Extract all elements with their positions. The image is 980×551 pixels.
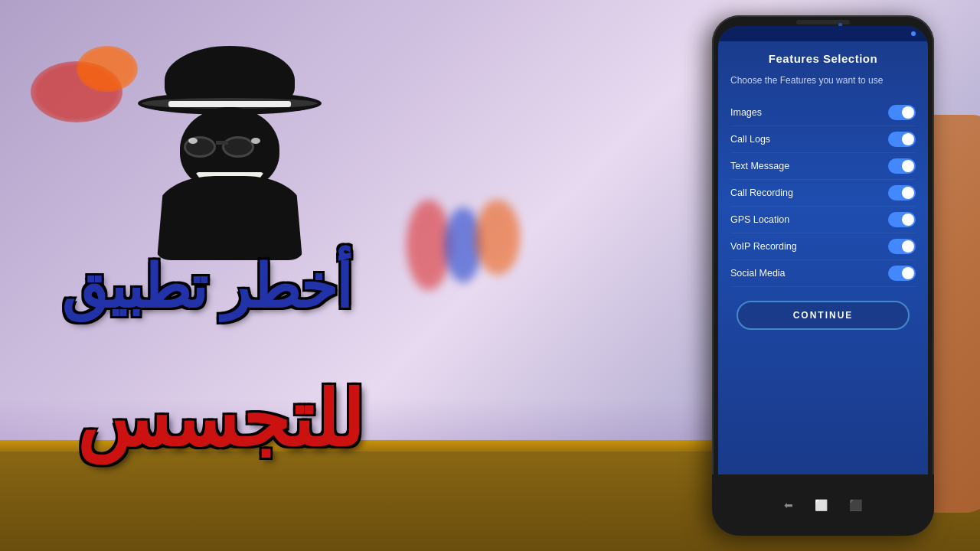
toggle-knob-social-media [902,267,914,279]
glass-shine-left [188,138,198,144]
feature-row-images: Images [730,99,916,126]
toggle-gps-location[interactable] [888,212,916,227]
toggle-knob-call-logs [902,133,914,145]
hat-white-band [168,101,291,107]
phone-nav-bar: ⬅ ⬜ ⬛ [712,474,934,536]
toggle-knob-gps-location [902,214,914,226]
feature-label-call-recording: Call Recording [730,187,793,198]
continue-button[interactable]: CONTINUE [737,301,910,330]
feature-row-call-recording: Call Recording [730,180,916,207]
nav-home-icon[interactable]: ⬜ [815,499,828,511]
toggle-social-media[interactable] [888,266,916,281]
phone-container: Features Selection Choose the Features y… [628,0,980,551]
feature-row-text-message: Text Message [730,153,916,180]
toggle-voip-recording[interactable] [888,239,916,254]
body-cloak [157,176,302,260]
screen-content: Features Selection Choose the Features y… [718,41,928,341]
spy-figure [122,46,337,260]
status-dot [911,31,916,36]
glasses-bridge [216,141,228,145]
toggle-call-logs[interactable] [888,132,916,147]
feature-row-gps-location: GPS Location [730,207,916,233]
phone-camera-notch [796,20,850,24]
phone-device: Features Selection Choose the Features y… [712,15,934,536]
toggle-call-recording[interactable] [888,185,916,201]
arabic-text-line2: للتجسس [77,375,363,465]
toggle-text-message[interactable] [888,158,916,174]
toggle-images[interactable] [888,105,916,120]
features-selection-subtitle: Choose the Features you want to use [730,74,916,87]
arabic-text-line1: أخطر تطبيق [61,253,351,322]
feature-row-call-logs: Call Logs [730,126,916,153]
feature-label-text-message: Text Message [730,161,789,171]
feature-label-voip-recording: VoIP Recording [730,241,797,252]
toggle-knob-images [902,106,914,119]
phone-screen: Features Selection Choose the Features y… [718,26,928,474]
feature-label-gps-location: GPS Location [730,214,789,225]
toggle-knob-text-message [902,160,914,172]
nav-recents-icon[interactable]: ⬛ [849,499,862,511]
feature-label-call-logs: Call Logs [730,134,770,145]
toggle-knob-call-recording [902,187,914,199]
feature-row-social-media: Social Media [730,260,916,287]
feature-label-images: Images [730,107,762,118]
toggle-knob-voip-recording [902,240,914,253]
nav-back-icon[interactable]: ⬅ [784,499,793,511]
feature-row-voip-recording: VoIP Recording [730,233,916,260]
features-selection-title: Features Selection [730,52,916,65]
left-section: أخطر تطبيق للتجسس [0,0,582,551]
feature-label-social-media: Social Media [730,268,786,279]
status-bar [718,26,928,41]
glass-shine-right [251,138,260,144]
glass-right [222,136,254,158]
